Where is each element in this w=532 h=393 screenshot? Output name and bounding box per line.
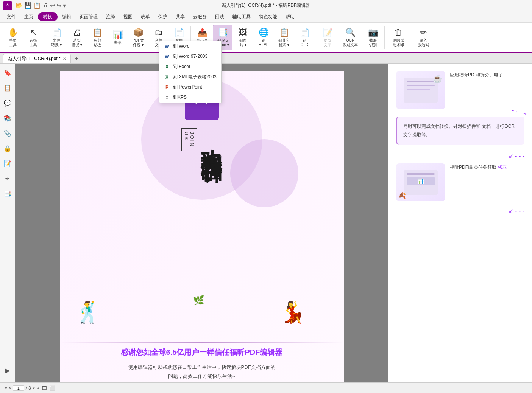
tab-close-button[interactable]: ✕ <box>63 57 66 61</box>
dropdown-to-word[interactable]: W 到 Word <box>159 41 221 51</box>
menu-annotate[interactable]: 注释 <box>102 12 119 21</box>
ribbon-form[interactable]: 📊 表单 <box>108 25 128 50</box>
headline-text: 感谢您如全球6.5亿用户一样信任福昕PDF编辑器 <box>71 347 332 357</box>
sidebar-bookmark[interactable]: 🔖 <box>2 67 14 79</box>
ribbon-to-html[interactable]: 🌐 到HTML <box>254 25 273 50</box>
description-text: 使用编辑器可以帮助您在日常工作生活中，快速解决PDF文档方面的 问题，高效工作方… <box>71 363 332 381</box>
sidebar-form[interactable]: 📝 <box>2 157 14 169</box>
decorative-circle-medium <box>230 139 298 207</box>
page-separator: / <box>26 385 27 391</box>
menu-home[interactable]: 主页 <box>20 12 37 21</box>
feature-1-image: ☕ <box>396 71 445 109</box>
quick-access-toolbar[interactable]: 📂 💾 📋 🖨 ↩ ↪ ▾ <box>15 2 66 9</box>
save-as-icon[interactable]: 📋 <box>33 2 41 9</box>
xml-icon: X <box>164 74 170 80</box>
feature-3-link[interactable]: 领取 <box>498 165 507 170</box>
ribbon: ✋ 手型工具 ↖ 选择工具 📄 文件转换 ▾ 🖨 从扫描仪 ▾ 📋 从剪贴板 📊… <box>0 23 532 53</box>
sidebar-layers[interactable]: 📚 <box>2 112 14 124</box>
blank-page-icon: 📄 <box>174 28 184 37</box>
ribbon-file-convert[interactable]: 📄 文件转换 ▾ <box>47 25 66 50</box>
window-title: 新人引导(1)_OCR(4).pdf * - 福昕PDF编辑器 <box>222 2 310 9</box>
menu-protect[interactable]: 保护 <box>154 12 171 21</box>
menu-help[interactable]: 帮助 <box>282 12 298 21</box>
sidebar-comment[interactable]: 💬 <box>2 97 14 109</box>
bottom-section: 感谢您如全球6.5亿用户一样信任福昕PDF编辑器 使用编辑器可以帮助您在日常工作… <box>71 347 332 381</box>
excel-icon: X <box>164 64 170 70</box>
sidebar-collapse[interactable]: ▶ <box>2 364 14 376</box>
total-pages: 3 <box>28 385 31 391</box>
word97-icon: W <box>164 54 170 60</box>
sidebar-attachment[interactable]: 📎 <box>2 127 14 139</box>
ribbon-hand-tool[interactable]: ✋ 手型工具 <box>3 25 23 50</box>
title-bar: 📂 💾 📋 🖨 ↩ ↪ ▾ 新人引导(1)_OCR(4).pdf * - 福昕P… <box>0 0 532 11</box>
arrow-decoration-2: ↙ - - - <box>396 152 524 160</box>
undo-icon[interactable]: ↩ <box>50 2 55 9</box>
menu-convert[interactable]: 转换 <box>38 12 58 21</box>
to-powerpoint-label: 到 PowerPoint <box>173 84 202 90</box>
feature-1: ☕ 应用福昕PD 和拆分、电子 - - → <box>396 71 524 109</box>
nav-next-button[interactable]: > <box>33 385 35 391</box>
customize-icon[interactable]: ▾ <box>63 2 66 9</box>
tab-main[interactable]: 新人引导(1)_OCR(4).pdf * ✕ <box>3 54 71 63</box>
sidebar-copy[interactable]: 📑 <box>2 188 14 200</box>
menu-form[interactable]: 表单 <box>137 12 154 21</box>
nav-first-button[interactable]: « <box>5 385 7 391</box>
merge-icon: 🗂 <box>154 28 163 37</box>
redo-icon[interactable]: ↪ <box>56 2 61 9</box>
to-html-icon: 🌐 <box>259 28 269 37</box>
fit-page-button[interactable]: 🗖 <box>42 385 47 391</box>
file-convert-icon: 📄 <box>51 28 62 37</box>
open-icon[interactable]: 📂 <box>15 2 23 9</box>
divider-line <box>60 342 344 343</box>
dropdown-to-excel[interactable]: X 到 Excel <box>159 62 221 72</box>
ribbon-clipboard[interactable]: 📋 从剪贴板 <box>87 25 107 50</box>
tab-add-button[interactable]: + <box>72 54 81 63</box>
save-icon[interactable]: 💾 <box>24 2 32 9</box>
menu-playback[interactable]: 回映 <box>211 12 228 21</box>
dropdown-to-word97[interactable]: W 到 Word 97-2003 <box>159 51 221 62</box>
ribbon-to-other[interactable]: 📋 到其它格式 ▾ <box>274 25 294 50</box>
sidebar-sign[interactable]: ✒ <box>2 172 14 185</box>
ribbon-screen-recognize[interactable]: 📷 截屏识别 <box>363 25 383 50</box>
leaf-decoration: 🌿 <box>193 295 204 306</box>
menu-view[interactable]: 视图 <box>120 12 136 21</box>
feature-3-text: 福昕PDF编 员任务领取 领取 <box>450 163 507 171</box>
to-ms-office-icon: 📑 <box>218 28 228 37</box>
to-other-icon: 📋 <box>279 28 289 37</box>
ribbon-select-tool[interactable]: ↖ 选择工具 <box>23 25 43 50</box>
ribbon-remove-watermark[interactable]: 🗑 删除试用水印 <box>386 25 410 50</box>
menu-cloud[interactable]: 云服务 <box>189 12 211 21</box>
xps-icon: X <box>164 95 170 101</box>
ribbon-to-ofd[interactable]: 📄 到OFD <box>295 25 314 50</box>
menu-accessibility[interactable]: 辅助工具 <box>229 12 254 21</box>
sidebar-lock[interactable]: 🔒 <box>2 142 14 154</box>
menu-file[interactable]: 文件 <box>3 12 20 21</box>
dropdown-to-xps[interactable]: X 到XPS <box>159 92 221 103</box>
feature-2: 同时可以完成文档转换、针对扫描件和 文档，进行OCR文字提取等。 <box>396 117 524 145</box>
pdf-package-icon: 📦 <box>133 28 144 37</box>
dropdown-to-powerpoint[interactable]: P 到 PowerPoint <box>159 82 221 92</box>
content-area: JOINUS 欢迎来到福昕 🕺 💃 🌿 感谢您如全球6.5亿用户一样信任福昕PD… <box>15 64 532 382</box>
menu-special[interactable]: 特色功能 <box>255 12 281 21</box>
scan-icon: 🖨 <box>73 28 81 37</box>
menu-edit[interactable]: 编辑 <box>58 12 75 21</box>
nav-prev-button[interactable]: < <box>9 385 11 391</box>
sidebar-thumbnail[interactable]: 📋 <box>2 82 14 94</box>
ribbon-ocr[interactable]: 🔍 OCR识别文本 <box>338 25 362 50</box>
menu-share[interactable]: 共享 <box>172 12 189 21</box>
nav-last-button[interactable]: » <box>37 385 39 391</box>
ribbon-to-image[interactable]: 🖼 到图片 ▾ <box>233 25 253 50</box>
pdf-viewer[interactable]: JOINUS 欢迎来到福昕 🕺 💃 🌿 感谢您如全球6.5亿用户一样信任福昕PD… <box>15 64 388 382</box>
menu-page-manage[interactable]: 页面管理 <box>76 12 101 21</box>
page-number-input[interactable] <box>13 385 24 391</box>
ribbon-pdf-package[interactable]: 📦 PDF文件包 ▾ <box>128 25 148 50</box>
ribbon-input-activate[interactable]: ✏ 输入激活码 <box>411 25 435 50</box>
extract-text-label: 提取文字 <box>324 38 331 47</box>
to-word-label: 到 Word <box>173 43 190 50</box>
form-label: 表单 <box>114 40 122 45</box>
ribbon-scan-convert[interactable]: 🖨 从扫描仪 ▾ <box>67 25 87 50</box>
clipboard-label: 从剪贴板 <box>94 38 101 47</box>
fit-width-button[interactable]: ⬜ <box>50 385 55 391</box>
dropdown-to-xml[interactable]: X 到 XML电子表格2003 <box>159 72 221 82</box>
print-icon[interactable]: 🖨 <box>42 2 48 9</box>
